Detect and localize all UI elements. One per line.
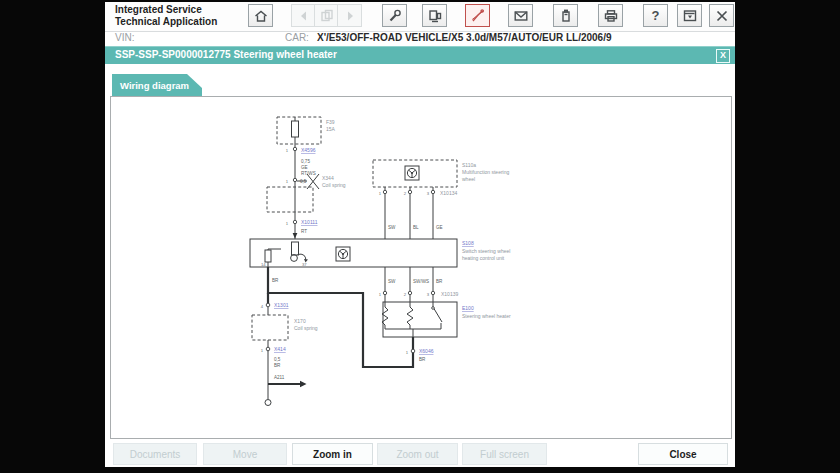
back-arrow-icon [296, 8, 312, 24]
pin-number: 2 [404, 292, 407, 297]
history-pages-icon [319, 8, 335, 24]
full-screen-button-label: Full screen [480, 449, 529, 460]
app-window: Integrated Service Technical Application [105, 2, 735, 467]
documents-button: Documents [113, 443, 197, 465]
measurement-button[interactable] [465, 4, 490, 27]
zoom-in-button[interactable]: Zoom in [292, 443, 373, 465]
mfsw-desc: wheel [462, 176, 475, 182]
battery-button[interactable] [553, 4, 578, 27]
zoom-out-button: Zoom out [377, 443, 458, 465]
wiring-diagram-panel[interactable]: F39 15A 1 X4596 0,75 GE RT/WS 1 0,5 X344… [110, 96, 732, 439]
wiring-diagram: F39 15A 1 X4596 0,75 GE RT/WS 1 0,5 X344… [111, 97, 731, 438]
splice-desc: Coil spring [322, 182, 346, 188]
help-button[interactable]: ? [643, 4, 668, 27]
service-functions-button[interactable] [382, 4, 407, 27]
mail-button[interactable] [508, 4, 533, 27]
control-module-box [250, 239, 457, 267]
wire-color: GE [436, 225, 443, 230]
car-label: CAR: [285, 32, 309, 43]
pin-number: 3 [427, 292, 430, 297]
relay-symbol [291, 255, 298, 262]
wire-label: 0,75 [301, 159, 310, 164]
connector-link[interactable]: X414 [274, 346, 286, 352]
app-title-line2: Technical Application [115, 16, 217, 28]
pin-number: 1 [286, 179, 289, 184]
wire-label: RT [301, 229, 307, 234]
steering-wheel-icon [405, 166, 419, 180]
fuse-name: F39 [326, 119, 335, 125]
connector-link[interactable]: X10111 [301, 219, 318, 225]
wire-color: BR [272, 278, 279, 283]
pin-number: 2 [404, 191, 407, 196]
resistor-symbol [265, 250, 271, 262]
switch-symbol [433, 302, 442, 329]
wire-color: SW [388, 225, 396, 230]
wrench-icon [387, 8, 403, 24]
top-toolbar: Integrated Service Technical Application [105, 2, 735, 32]
connector-label: X10134 [440, 190, 457, 196]
minimize-window-icon [682, 8, 698, 24]
ground-symbol [265, 400, 271, 406]
module-desc: Switch steering wheel [462, 248, 510, 254]
forward-arrow-icon [342, 8, 358, 24]
lower-connector-box [252, 315, 288, 340]
document-title: SSP-SSP-SP0000012775 Steering wheel heat… [115, 49, 337, 60]
document-close-button[interactable]: X [716, 49, 730, 63]
wire-label: BR [274, 363, 281, 368]
connector-link[interactable]: X6046 [419, 348, 434, 354]
module-name[interactable]: S108 [462, 240, 474, 246]
zoom-in-button-label: Zoom in [313, 449, 352, 460]
wire-label: 0,5 [274, 357, 281, 362]
direction-arrow [300, 381, 307, 387]
close-button-label: Close [669, 449, 696, 460]
connector-link[interactable]: X1301 [274, 302, 289, 308]
heater-name[interactable]: E100 [462, 305, 474, 311]
splice-name: X344 [322, 175, 334, 181]
vehicle-info-row: VIN: CAR: X'/E53/OFF-ROAD VEHICLE/X5 3.0… [105, 32, 735, 46]
car-value: X'/E53/OFF-ROAD VEHICLE/X5 3.0d/M57/AUTO… [317, 32, 612, 43]
pin-number: 1 [379, 292, 382, 297]
minimize-window-button[interactable] [677, 4, 702, 27]
back-button [291, 4, 316, 27]
document-header: SSP-SSP-SP0000012775 Steering wheel heat… [105, 46, 735, 64]
fuse-rating: 15A [326, 126, 336, 132]
forward-button [337, 4, 362, 27]
wire-color: BL [413, 225, 419, 230]
heating-element-symbol [407, 302, 413, 329]
wire-color: SW/WS [413, 279, 429, 284]
mail-envelope-icon [513, 8, 529, 24]
connector-housing-box [267, 187, 313, 212]
wire-arrowhead [293, 233, 298, 239]
wire-color: SW [388, 279, 396, 284]
home-button[interactable] [248, 4, 273, 27]
heater-box [383, 302, 457, 337]
pin-number: 1 [406, 350, 409, 355]
connector-link[interactable]: X4596 [301, 147, 316, 153]
move-button: Move [203, 443, 287, 465]
pin-number: 3 [427, 191, 430, 196]
app-title: Integrated Service Technical Application [115, 4, 217, 28]
workshop-terminal-button[interactable] [422, 4, 447, 27]
print-button[interactable] [598, 4, 623, 27]
connector-label: X10139 [441, 291, 458, 297]
full-screen-button: Full screen [462, 443, 547, 465]
vin-label: VIN: [115, 32, 134, 43]
close-button[interactable]: Close [638, 443, 728, 465]
wire-color: BR [419, 357, 426, 362]
tab-wiring-diagram[interactable]: Wiring diagram [112, 74, 202, 96]
pin-number: 1 [286, 148, 289, 153]
heater-desc: Steering wheel heater [462, 313, 511, 319]
wire-color: BR [436, 279, 443, 284]
printer-icon [603, 8, 619, 24]
close-x-icon [714, 8, 730, 24]
documents-button-label: Documents [130, 449, 181, 460]
pin-number: 14 [261, 262, 266, 267]
question-mark-icon: ? [652, 8, 660, 23]
pin-number: 1 [261, 348, 264, 353]
terminal-device-icon [427, 8, 443, 24]
tab-label: Wiring diagram [120, 80, 189, 91]
history-button [314, 4, 339, 27]
close-app-button[interactable] [709, 4, 734, 27]
home-icon [253, 8, 269, 24]
pin-number: 1 [286, 221, 289, 226]
